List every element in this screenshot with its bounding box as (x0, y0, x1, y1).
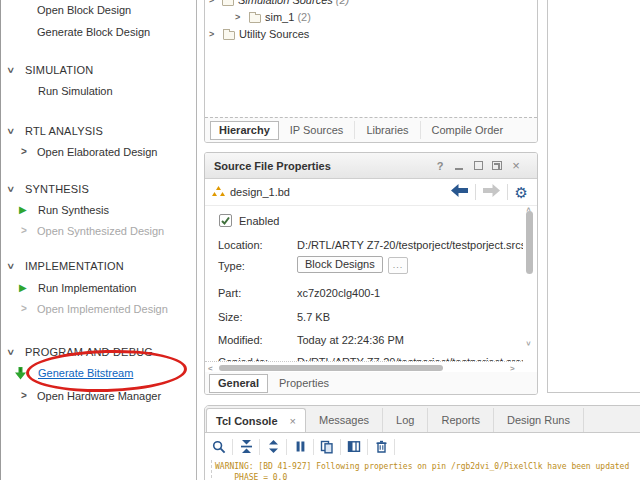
float-icon[interactable] (490, 159, 504, 173)
vivado-workspace: Open Block Design Generate Block Design … (0, 0, 640, 480)
sidebar-item-open-block-design[interactable]: Open Block Design (1, 3, 196, 19)
source-file-properties-panel: Source File Properties ? × design_1.bd (204, 152, 538, 395)
tab-log[interactable]: Log (383, 408, 428, 432)
divider (507, 184, 508, 200)
tree-item-sim-1[interactable]: > sim_1 (2) (205, 10, 537, 26)
block-design-icon (212, 183, 225, 201)
back-arrow-icon[interactable] (451, 183, 468, 201)
panel-title: Source File Properties (214, 160, 428, 172)
console-tab-strip: Tcl Console × Messages Log Reports Desig… (205, 406, 640, 433)
chevron-right-icon: > (21, 303, 27, 314)
chevron-down-icon: > (5, 186, 16, 192)
console-line: PHASE = 0.0 (215, 473, 287, 480)
tab-messages[interactable]: Messages (306, 408, 383, 432)
console-line: WARNING: [BD 41-927] Following propertie… (215, 462, 629, 471)
play-icon: ▶ (19, 282, 27, 293)
sidebar-item-run-simulation[interactable]: Run Simulation (1, 84, 196, 100)
chevron-right-icon: > (21, 146, 27, 157)
selected-file-name: design_1.bd (230, 186, 451, 198)
scrollbar-thumb[interactable] (526, 211, 533, 274)
chevron-right-icon[interactable]: > (209, 29, 214, 39)
sidebar-item-open-elaborated-design[interactable]: > Open Elaborated Design (1, 145, 196, 161)
console-output[interactable]: WARNING: [BD 41-927] Following propertie… (205, 460, 640, 480)
sidebar-item-label: Open Block Design (37, 4, 131, 16)
location-row: Location: D:/RTL/ARTY Z7-20/testporject/… (218, 239, 523, 255)
item-count: (2) (336, 0, 349, 6)
type-row: Type: Block Designs... (218, 256, 523, 276)
size-value: 5.7 KB (297, 311, 330, 323)
sources-panel: > Simulation Sources (2) > sim_1 (2) > U… (204, 0, 538, 143)
chevron-down-icon: > (5, 67, 16, 73)
maximize-icon[interactable] (471, 159, 485, 173)
sidebar-item-run-synthesis[interactable]: ▶ Run Synthesis (1, 203, 196, 219)
tab-libraries[interactable]: Libraries (355, 121, 420, 139)
folder-icon (223, 31, 235, 40)
close-icon[interactable]: × (290, 415, 296, 427)
gear-icon[interactable]: ⚙ (515, 185, 528, 200)
expand-all-icon[interactable] (266, 440, 280, 454)
enabled-row: Enabled (218, 214, 523, 230)
modified-value: Today at 22:24:36 PM (297, 334, 404, 346)
report-icon[interactable] (347, 440, 361, 454)
tree-item-simulation-sources[interactable]: > Simulation Sources (2) (205, 0, 537, 9)
copy-icon[interactable] (320, 440, 334, 454)
collapse-all-icon[interactable] (239, 440, 253, 454)
search-icon[interactable] (212, 440, 226, 454)
console-gutter (205, 460, 212, 480)
tab-general[interactable]: General (209, 374, 268, 393)
panel-header: Source File Properties ? × (205, 153, 537, 179)
chevron-down-icon: > (5, 128, 16, 134)
scroll-down-icon[interactable]: > (524, 341, 533, 346)
divider (340, 439, 341, 455)
forward-arrow-icon[interactable] (483, 183, 500, 201)
scrollbar-thumb[interactable] (219, 365, 443, 371)
tab-ip-sources[interactable]: IP Sources (279, 121, 356, 139)
tab-compile-order[interactable]: Compile Order (421, 121, 515, 139)
enabled-checkbox[interactable] (219, 214, 232, 227)
delete-icon[interactable] (374, 440, 388, 454)
chevron-right-icon[interactable]: > (235, 12, 240, 22)
flow-navigator: Open Block Design Generate Block Design … (0, 0, 197, 480)
folder-icon (249, 14, 261, 23)
tab-reports[interactable]: Reports (428, 408, 494, 432)
tab-properties[interactable]: Properties (268, 374, 340, 392)
section-implementation[interactable]: > IMPLEMENTATION (1, 259, 196, 275)
section-rtl-analysis[interactable]: > RTL ANALYSIS (1, 124, 196, 140)
chevron-down-icon: > (5, 263, 16, 269)
section-synthesis[interactable]: > SYNTHESIS (1, 182, 196, 198)
console-toolbar (205, 433, 640, 460)
enabled-label: Enabled (239, 215, 279, 227)
sidebar-item-open-synthesized-design[interactable]: > Open Synthesized Design (1, 224, 196, 240)
divider (232, 439, 233, 455)
divider (475, 184, 476, 200)
divider (313, 439, 314, 455)
sidebar-item-run-implementation[interactable]: ▶ Run Implementation (1, 281, 196, 297)
sidebar-item-open-implemented-design[interactable]: > Open Implemented Design (1, 302, 196, 318)
pause-icon[interactable] (293, 440, 307, 454)
vertical-scrollbar[interactable]: > > (524, 207, 536, 360)
divider (394, 439, 395, 455)
properties-content: Enabled Location: D:/RTL/ARTY Z7-20/test… (205, 206, 523, 361)
bitstream-icon (15, 367, 27, 382)
tab-hierarchy[interactable]: Hierarchy (210, 121, 279, 140)
more-options-button[interactable]: ... (388, 257, 409, 274)
type-select-button[interactable]: Block Designs (297, 256, 383, 273)
help-icon[interactable]: ? (433, 159, 447, 173)
chevron-right-icon: > (21, 225, 27, 236)
tab-design-runs[interactable]: Design Runs (494, 408, 584, 432)
section-simulation[interactable]: > SIMULATION (1, 63, 196, 79)
part-value: xc7z020clg400-1 (297, 287, 380, 299)
chevron-down-icon: > (5, 349, 16, 355)
minimize-icon[interactable] (452, 159, 466, 173)
tcl-console-panel: Tcl Console × Messages Log Reports Desig… (204, 405, 640, 480)
tab-tcl-console[interactable]: Tcl Console × (206, 408, 306, 432)
chevron-right-icon[interactable]: > (209, 0, 214, 5)
tree-item-utility-sources[interactable]: > Utility Sources (205, 27, 537, 43)
close-icon[interactable]: × (509, 159, 523, 173)
folder-icon (222, 0, 234, 6)
sidebar-item-generate-block-design[interactable]: Generate Block Design (1, 25, 196, 41)
item-count: (2) (297, 11, 310, 23)
part-row: Part: xc7z020clg400-1 (218, 287, 523, 303)
location-value: D:/RTL/ARTY Z7-20/testporject/testporjec… (297, 239, 523, 251)
sources-tab-strip: Hierarchy IP Sources Libraries Compile O… (205, 117, 537, 142)
